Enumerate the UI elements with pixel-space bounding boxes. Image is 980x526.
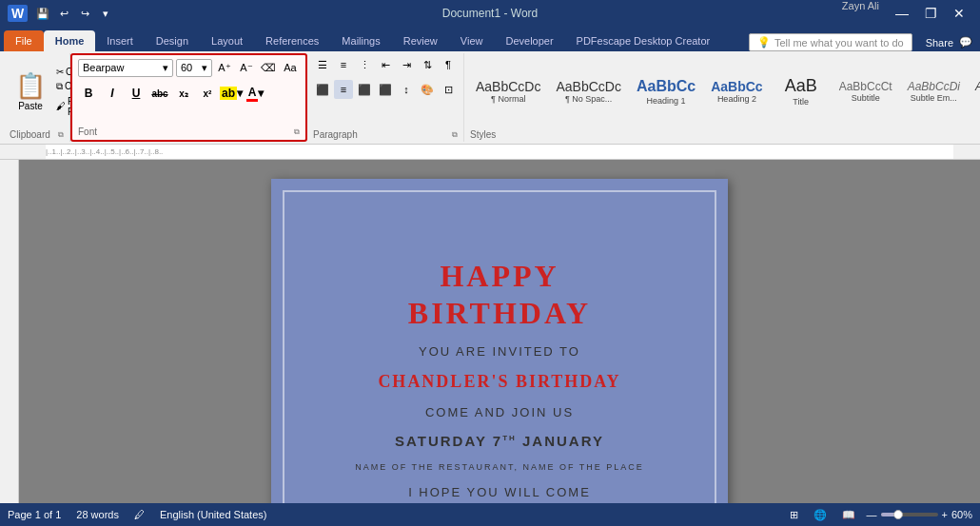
close-button[interactable]: ✕ <box>946 0 972 27</box>
tell-me-input[interactable]: 💡 Tell me what you want to do <box>749 33 912 51</box>
style-subtitle[interactable]: AaBbCcCt Subtitle <box>833 78 898 105</box>
birthday-title: HAPPY BIRTHDAY <box>408 258 591 331</box>
customize-icon[interactable]: ▾ <box>96 4 115 23</box>
tab-review[interactable]: Review <box>392 30 449 51</box>
document-page: HAPPY BIRTHDAY YOU ARE INVITED TO CHANDL… <box>271 179 728 515</box>
align-left-button[interactable]: ⬛ <box>313 80 332 99</box>
tab-developer[interactable]: Developer <box>494 30 564 51</box>
change-case-button[interactable]: Aa <box>281 58 300 77</box>
title-bar: W 💾 ↩ ↪ ▾ Document1 - Word Zayn Ali — ❐ … <box>0 0 980 27</box>
line-spacing-button[interactable]: ↕ <box>397 80 416 99</box>
numbering-button[interactable]: ≡ <box>334 55 353 74</box>
print-layout-button[interactable]: ⊞ <box>786 507 802 523</box>
clear-format-button[interactable]: ⌫ <box>259 58 278 77</box>
status-left: Page 1 of 1 28 words 🖊 English (United S… <box>8 509 266 520</box>
word-icon: W <box>8 5 28 22</box>
font-row-2: B I U abc x₂ x² ab ▾ A ▾ <box>78 83 300 104</box>
restore-button[interactable]: ❐ <box>917 0 944 27</box>
ruler-inner: |..1..|..2..|..3..|..4..|..5..|..6..|..7… <box>46 145 953 159</box>
subscript-button[interactable]: x₂ <box>173 83 194 104</box>
styles-label: Styles ⧉ <box>470 127 980 140</box>
window-controls: Zayn Ali — ❐ ✕ <box>842 0 972 27</box>
ribbon: 📋 Paste ✂ Cut ⧉ Copy 🖌 Format Painter C <box>0 51 980 145</box>
style-heading2[interactable]: AaBbCc Heading 2 <box>705 77 768 107</box>
style-title[interactable]: AaB Title <box>773 74 830 108</box>
style-heading1[interactable]: AaBbCc Heading 1 <box>631 75 701 107</box>
zoom-slider[interactable] <box>881 513 938 516</box>
birthday-join: COME AND JOIN US <box>425 405 574 419</box>
zoom-control: — + 60% <box>867 509 972 520</box>
language-icon: 🖊 <box>134 509 145 520</box>
paintbrush-icon: 🖌 <box>56 101 66 111</box>
decrease-indent-button[interactable]: ⇤ <box>376 55 395 74</box>
strikethrough-button[interactable]: abc <box>149 83 170 104</box>
tab-insert[interactable]: Insert <box>95 30 145 51</box>
style-subtle-emphasis[interactable]: AaBbCcDi Subtle Em... <box>902 78 966 105</box>
lightbulb-icon: 💡 <box>757 36 771 49</box>
bold-button[interactable]: B <box>78 83 99 104</box>
font-shrink-button[interactable]: A⁻ <box>237 58 256 77</box>
paragraph-expand-icon[interactable]: ⧉ <box>452 130 458 140</box>
font-grow-button[interactable]: A⁺ <box>215 58 234 77</box>
share-button[interactable]: Share <box>926 37 953 49</box>
paste-button[interactable]: 📋 Paste <box>10 69 51 113</box>
zoom-out-button[interactable]: — <box>867 509 877 520</box>
save-icon[interactable]: 💾 <box>33 4 52 23</box>
style-no-spacing[interactable]: AaBbCcDc ¶ No Spac... <box>550 77 626 107</box>
ruler: |..1..|..2..|..3..|..4..|..5..|..6..|..7… <box>0 145 980 160</box>
clipboard-section: 📋 Paste ✂ Cut ⧉ Copy 🖌 Format Painter C <box>4 53 70 142</box>
status-right: ⊞ 🌐 📖 — + 60% <box>786 507 972 523</box>
style-emphasis[interactable]: AaBbCcDi Emphasis <box>970 78 980 105</box>
para-row-1: ☰ ≡ ⋮ ⇤ ⇥ ⇅ ¶ <box>313 55 458 74</box>
font-expand-icon[interactable]: ⧉ <box>294 127 300 137</box>
comments-icon[interactable]: 💬 <box>959 36 972 49</box>
font-name-dropdown[interactable]: Bearpaw ▾ <box>78 59 173 77</box>
read-mode-button[interactable]: 📖 <box>838 507 859 523</box>
highlight-button[interactable]: ab ▾ <box>221 83 242 104</box>
tab-references[interactable]: References <box>254 30 330 51</box>
web-layout-button[interactable]: 🌐 <box>810 507 831 523</box>
tab-mailings[interactable]: Mailings <box>330 30 391 51</box>
tab-design[interactable]: Design <box>145 30 200 51</box>
tab-layout[interactable]: Layout <box>200 30 254 51</box>
undo-icon[interactable]: ↩ <box>54 4 73 23</box>
styles-section: AaBbCcDc ¶ Normal AaBbCcDc ¶ No Spac... … <box>464 53 980 142</box>
birthday-date: SATURDAY 7TH JANUARY <box>395 433 604 449</box>
borders-button[interactable]: ⊡ <box>439 80 458 99</box>
language-label: English (United States) <box>160 509 267 520</box>
tab-pdfescape[interactable]: PDFescape Desktop Creator <box>565 30 722 51</box>
minimize-button[interactable]: — <box>889 0 915 27</box>
underline-button[interactable]: U <box>126 83 147 104</box>
italic-button[interactable]: I <box>102 83 123 104</box>
tab-home[interactable]: Home <box>44 30 96 51</box>
document-content: HAPPY BIRTHDAY YOU ARE INVITED TO CHANDL… <box>283 190 716 515</box>
tab-file[interactable]: File <box>4 30 44 51</box>
clipboard-expand-icon[interactable]: ⧉ <box>58 130 64 140</box>
style-normal[interactable]: AaBbCcDc ¶ Normal <box>470 77 546 107</box>
shading-button[interactable]: 🎨 <box>418 80 437 99</box>
sort-button[interactable]: ⇅ <box>418 55 437 74</box>
show-marks-button[interactable]: ¶ <box>439 55 458 74</box>
font-color-button[interactable]: A ▾ <box>245 83 265 104</box>
scissors-icon: ✂ <box>56 67 64 77</box>
tab-view[interactable]: View <box>449 30 495 51</box>
window-title: Document1 - Word <box>442 7 538 20</box>
birthday-invited: YOU ARE INVITED TO <box>419 344 580 359</box>
ribbon-top-right: 💡 Tell me what you want to do Share 💬 <box>749 33 976 51</box>
superscript-button[interactable]: x² <box>197 83 218 104</box>
redo-icon[interactable]: ↪ <box>75 4 94 23</box>
size-arrow-icon: ▾ <box>202 62 207 74</box>
zoom-handle[interactable] <box>893 510 903 519</box>
title-bar-left: W 💾 ↩ ↪ ▾ <box>8 4 115 23</box>
multilevel-button[interactable]: ⋮ <box>355 55 374 74</box>
increase-indent-button[interactable]: ⇥ <box>397 55 416 74</box>
justify-button[interactable]: ⬛ <box>376 80 395 99</box>
bullets-button[interactable]: ☰ <box>313 55 332 74</box>
document-area[interactable]: HAPPY BIRTHDAY YOU ARE INVITED TO CHANDL… <box>19 160 980 515</box>
user-label: Zayn Ali <box>842 0 879 27</box>
zoom-in-button[interactable]: + <box>942 509 948 520</box>
ribbon-tabs: File Home Insert Design Layout Reference… <box>0 27 980 51</box>
font-size-dropdown[interactable]: 60 ▾ <box>176 59 212 77</box>
align-center-button[interactable]: ≡ <box>334 80 353 99</box>
align-right-button[interactable]: ⬛ <box>355 80 374 99</box>
